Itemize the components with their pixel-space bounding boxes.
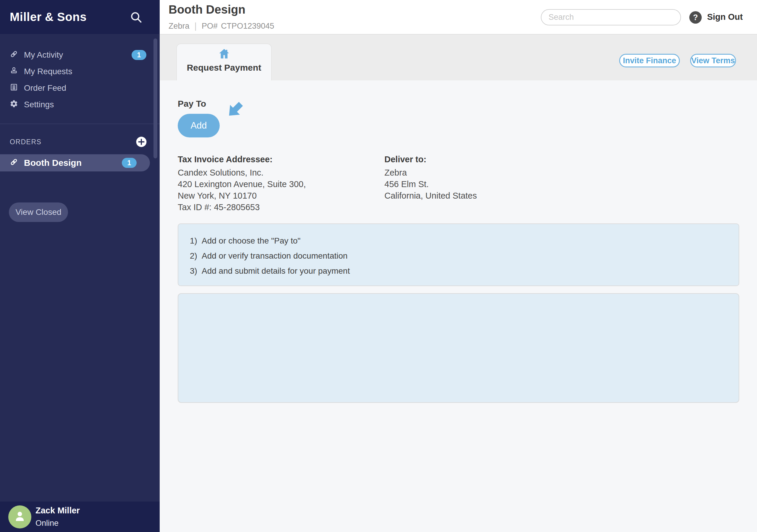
sidebar-item-my-activity[interactable]: My Activity 1 — [0, 47, 160, 63]
address-line: Tax ID #: 45-2805653 — [178, 202, 306, 213]
pointer-arrow-icon — [225, 98, 247, 119]
step-number: 2) — [190, 251, 202, 261]
home-icon — [217, 56, 231, 61]
orders-section: ORDERS — [0, 124, 160, 171]
add-payee-button[interactable]: Add — [178, 114, 220, 137]
user-profile[interactable]: Zack Miller Online — [0, 502, 160, 532]
search-icon — [130, 19, 142, 24]
invite-finance-label: Invite Finance — [623, 56, 676, 65]
po-number: CTPO1239045 — [221, 21, 274, 31]
sidebar-item-order-feed[interactable]: Order Feed — [0, 80, 160, 96]
address-line: Zebra — [384, 167, 477, 179]
link-icon — [10, 50, 18, 60]
sidebar-item-settings[interactable]: Settings — [0, 96, 160, 113]
person-icon — [13, 509, 27, 525]
order-count-badge: 1 — [122, 158, 136, 168]
help-button[interactable]: ? — [689, 11, 702, 24]
sidebar-item-label: Settings — [24, 100, 54, 109]
step-item: 3) Add and submit details for your payme… — [190, 263, 739, 279]
orders-heading: ORDERS — [10, 138, 42, 146]
tab-request-payment[interactable]: Request Payment — [176, 44, 272, 80]
sidebar-item-label: My Requests — [24, 67, 72, 76]
deliver-to: Deliver to: Zebra 456 Elm St. California… — [384, 154, 477, 202]
vendor-name: Zebra — [168, 21, 190, 31]
company-name: Miller & Sons — [10, 10, 87, 24]
view-closed-label: View Closed — [15, 207, 61, 217]
user-name: Zack Miller — [36, 506, 80, 516]
address-line: New York, NY 10170 — [178, 190, 306, 202]
breadcrumb-separator: | — [195, 21, 197, 31]
breadcrumb: Zebra | PO# CTPO1239045 — [168, 21, 274, 31]
invite-finance-button[interactable]: Invite Finance — [619, 54, 680, 67]
payment-steps-box: 1) Add or choose the "Pay to" 2) Add or … — [178, 223, 739, 286]
sidebar: Miller & Sons My Activity — [0, 0, 160, 532]
step-text: Add and submit details for your payment — [202, 266, 350, 276]
sidebar-item-label: Order Feed — [24, 83, 66, 93]
link-icon — [10, 158, 18, 168]
step-text: Add or choose the "Pay to" — [202, 236, 300, 246]
tax-invoice-addressee: Tax Invoice Addressee: Candex Solutions,… — [178, 154, 306, 213]
stamp-icon — [10, 67, 18, 77]
address-line: California, United States — [384, 190, 477, 202]
user-status: Online — [36, 519, 59, 528]
add-order-button[interactable] — [136, 136, 147, 147]
tab-strip: Request Payment Invite Finance View Term… — [160, 35, 757, 80]
sign-out-button[interactable]: Sign Out — [707, 0, 743, 34]
sidebar-scrollbar[interactable] — [153, 39, 157, 159]
view-terms-button[interactable]: View Terms — [690, 54, 736, 67]
address-line: Candex Solutions, Inc. — [178, 167, 306, 179]
step-number: 1) — [190, 236, 202, 246]
pay-to-label: Pay To — [178, 99, 206, 109]
app-window: Miller & Sons My Activity — [0, 0, 757, 532]
step-item: 1) Add or choose the "Pay to" — [190, 233, 739, 248]
sidebar-nav: My Activity 1 My Requests — [0, 47, 160, 113]
feed-icon — [10, 83, 18, 93]
sidebar-item-my-requests[interactable]: My Requests — [0, 63, 160, 80]
orders-header: ORDERS — [0, 133, 160, 150]
po-label: PO# — [202, 21, 218, 31]
view-terms-label: View Terms — [691, 56, 735, 65]
page-title: Booth Design — [168, 3, 245, 16]
avatar — [8, 505, 31, 528]
address-line: 456 Elm St. — [384, 179, 477, 190]
tab-label: Request Payment — [177, 63, 271, 73]
main-header: Booth Design Zebra | PO# CTPO1239045 ? S… — [160, 0, 757, 35]
add-button-label: Add — [191, 120, 207, 131]
sidebar-item-booth-design[interactable]: Booth Design 1 — [0, 154, 150, 171]
request-payment-panel: Pay To Add Tax Invoice Addressee: Candex… — [160, 80, 757, 532]
payment-details-placeholder — [178, 293, 739, 403]
step-number: 3) — [190, 266, 202, 276]
view-closed-button[interactable]: View Closed — [9, 202, 68, 222]
sidebar-search-button[interactable] — [130, 11, 142, 24]
address-line: 420 Lexington Avenue, Suite 300, — [178, 179, 306, 190]
sidebar-item-label: My Activity — [24, 50, 63, 60]
question-icon: ? — [693, 13, 698, 22]
step-text: Add or verify transaction documentation — [202, 251, 348, 261]
activity-count-badge: 1 — [132, 50, 146, 60]
plus-icon — [136, 143, 147, 148]
step-item: 2) Add or verify transaction documentati… — [190, 248, 739, 263]
order-label: Booth Design — [24, 158, 82, 168]
search-input[interactable] — [541, 9, 681, 25]
deliver-to-heading: Deliver to: — [384, 154, 477, 164]
tax-invoice-heading: Tax Invoice Addressee: — [178, 154, 306, 164]
gear-icon — [10, 100, 18, 110]
